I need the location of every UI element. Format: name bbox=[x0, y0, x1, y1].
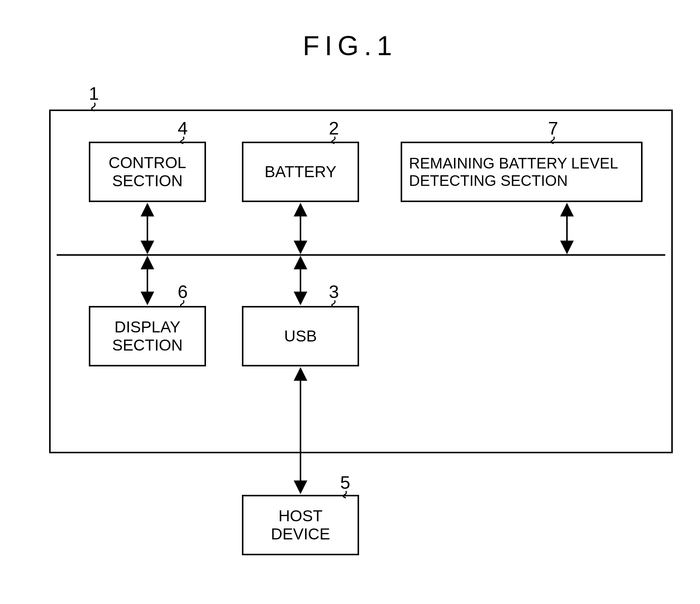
block-control-section: CONTROL SECTION bbox=[89, 142, 206, 202]
ref-battery: 2 bbox=[329, 118, 339, 139]
block-label: HOST DEVICE bbox=[250, 507, 351, 544]
block-label: CONTROL SECTION bbox=[97, 154, 198, 190]
ref-host-device: 5 bbox=[340, 472, 350, 493]
figure-title: FIG.1 bbox=[0, 30, 700, 61]
block-label: REMAINING BATTERY LEVEL DETECTING SECTIO… bbox=[409, 154, 634, 189]
ref-control-section: 4 bbox=[178, 118, 188, 139]
block-battery: BATTERY bbox=[242, 142, 359, 202]
block-remaining-battery: REMAINING BATTERY LEVEL DETECTING SECTIO… bbox=[401, 142, 643, 202]
ref-remaining-battery: 7 bbox=[548, 118, 558, 139]
block-label: DISPLAY SECTION bbox=[97, 318, 198, 355]
diagram-canvas: FIG.1 1 CONTROL SECTION 4 BATTERY 2 REMA… bbox=[0, 0, 700, 604]
block-label: BATTERY bbox=[265, 163, 336, 181]
block-display-section: DISPLAY SECTION bbox=[89, 306, 206, 366]
block-host-device: HOST DEVICE bbox=[242, 495, 359, 555]
ref-usb: 3 bbox=[329, 281, 339, 302]
ref-outer: 1 bbox=[89, 83, 99, 104]
block-usb: USB bbox=[242, 306, 359, 366]
ref-display-section: 6 bbox=[178, 281, 188, 302]
block-label: USB bbox=[284, 327, 317, 345]
